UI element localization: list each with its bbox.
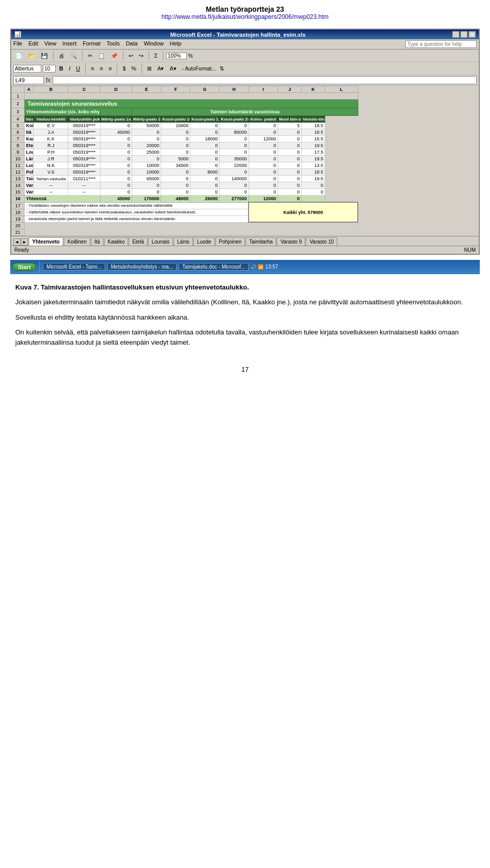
menu-view[interactable]: View	[44, 40, 57, 48]
maximize-button[interactable]: □	[460, 31, 468, 38]
total-label-cell: Yhteensä	[24, 196, 101, 203]
col-D-header[interactable]: D	[100, 86, 132, 93]
cell-7-name: Kaakko	[24, 136, 34, 142]
taskbar-item-excel[interactable]: Microsoft Excel - Taimi...	[43, 263, 105, 271]
total-v7: 0	[278, 196, 301, 203]
row-1-content	[24, 93, 358, 100]
close-button[interactable]: ✕	[469, 31, 476, 38]
align-right-button[interactable]: ≡	[107, 64, 114, 73]
name-box-input[interactable]	[13, 76, 44, 84]
undo-button[interactable]: ↩	[127, 52, 135, 60]
sheet-tab-luode[interactable]: Luode	[193, 237, 215, 246]
col-B-header[interactable]: B	[34, 86, 68, 93]
menu-data[interactable]: Data	[126, 40, 137, 48]
taskbar-item-taimi[interactable]: Taimijakelu.doc - Microsof...	[179, 263, 249, 271]
menu-format[interactable]: Format	[83, 40, 101, 48]
separator-5	[163, 51, 163, 61]
percent-button[interactable]: %	[129, 64, 138, 73]
col-L-header[interactable]: L	[325, 86, 358, 93]
col-G-header[interactable]: G	[190, 86, 219, 93]
sort-asc-button[interactable]: ⇅	[217, 64, 226, 73]
italic-button[interactable]: I	[67, 64, 72, 73]
sheet-tab-varasto10[interactable]: Varasto 10	[306, 237, 337, 246]
col-header-muut: Muut tain-ulajit	[278, 116, 301, 123]
font-name-input[interactable]	[13, 65, 41, 73]
open-button[interactable]: 📂	[26, 52, 37, 60]
print-button[interactable]: 🖨	[57, 52, 66, 60]
bold-button[interactable]: B	[57, 64, 65, 73]
formula-input[interactable]	[53, 76, 477, 84]
sheet-tabs: ◄ ► Yhteenveto Koillinen Itä Kaakko Etel…	[11, 236, 479, 246]
tab-scroll-right[interactable]: ►	[21, 238, 28, 246]
start-button[interactable]: Start	[12, 263, 36, 271]
font-color-button[interactable]: A▾	[167, 64, 178, 73]
cell-8-v3: 0	[161, 142, 190, 149]
col-E-header[interactable]: E	[132, 86, 161, 93]
cell-11-person: N.K	[34, 162, 68, 169]
sheet-tab-lansi[interactable]: Länsi	[174, 237, 193, 246]
sheet-tab-koillinen[interactable]: Koillinen	[64, 237, 90, 246]
col-J-header[interactable]: J	[278, 86, 301, 93]
sheet-tab-varasto9[interactable]: Varasto 9	[277, 237, 305, 246]
paragraph-3: On kuitenkin selvää, että palvellakseen …	[15, 327, 475, 347]
copy-button[interactable]: 📋	[96, 52, 107, 60]
sum-button[interactable]: Σ	[152, 52, 160, 60]
underline-button[interactable]: U	[74, 64, 82, 73]
cell-5-v5: 0	[219, 123, 249, 129]
tab-scroll-left[interactable]: ◄	[13, 238, 20, 246]
paste-button[interactable]: 📌	[109, 52, 120, 60]
menu-insert[interactable]: Insert	[62, 40, 77, 48]
cell-12-v8: 18.5	[302, 169, 325, 176]
col-F-header[interactable]: F	[161, 86, 190, 93]
menu-edit[interactable]: Edit	[29, 40, 38, 48]
cell-8-person: R.J	[34, 142, 68, 149]
font-size-input[interactable]	[43, 65, 56, 73]
cell-6-v7: 0	[278, 129, 301, 136]
col-C-header[interactable]: C	[68, 86, 100, 93]
cell-15-v3: 0	[161, 189, 190, 196]
excel-window: 📊 Microsoft Excel - Taimivarastojen hall…	[10, 29, 480, 255]
minimize-button[interactable]: _	[452, 31, 459, 38]
align-left-button[interactable]: ≡	[89, 64, 96, 73]
sheet-tab-kaakko[interactable]: Kaakko	[104, 237, 128, 246]
cell-15-v7: 0	[278, 189, 301, 196]
cell-6-v8: 18.5	[302, 129, 325, 136]
sheet-tab-lounais[interactable]: Lounais	[148, 237, 173, 246]
sheet-tab-ita[interactable]: Itä	[91, 237, 104, 246]
menu-tools[interactable]: Tools	[107, 40, 120, 48]
align-center-button[interactable]: ≡	[97, 64, 105, 73]
col-I-header[interactable]: I	[249, 86, 278, 93]
cut-button[interactable]: ✂	[86, 52, 94, 60]
sheet-tab-etela[interactable]: Etelä	[129, 237, 148, 246]
menu-window[interactable]: Window	[144, 40, 164, 48]
cell-8-phone: 050319****	[68, 142, 100, 149]
zoom-input[interactable]	[166, 53, 187, 59]
separator-2	[82, 51, 83, 61]
toolbar-formatting: B I U ≡ ≡ ≡ $ % ⊞ A▾ A▾ - AutoFormat... …	[11, 62, 479, 75]
cell-8-v7: 0	[278, 142, 301, 149]
preview-button[interactable]: 🔍	[68, 52, 79, 60]
taskbar-item-metsa[interactable]: Metsänhoitoyhdistys - ma...	[107, 263, 177, 271]
col-K-header[interactable]: K	[302, 86, 325, 93]
borders-button[interactable]: ⊞	[145, 64, 154, 73]
currency-button[interactable]: $	[120, 64, 128, 73]
save-button[interactable]: 💾	[39, 52, 50, 60]
spreadsheet-title-cell: Taimivarastojen seurantasovellus	[24, 100, 358, 108]
col-header-vastuuhenkilo: Vastuu-henkilö	[34, 116, 68, 123]
sheet-tab-yhteenveto[interactable]: Yhteenveto	[29, 237, 63, 246]
cell-5-v2: 50000	[132, 123, 161, 129]
col-A-header[interactable]: A	[24, 86, 34, 93]
menu-file[interactable]: File	[13, 40, 22, 48]
help-search-input[interactable]	[405, 40, 477, 48]
sheet-tab-pohjoinen[interactable]: Pohjoinen	[215, 237, 245, 246]
cell-10-v4: 0	[190, 156, 219, 162]
sheet-tab-taimitarha[interactable]: Taimitarha	[246, 237, 276, 246]
table-row: 9 Lounais P.H 050319**** 0 25000 0 0 0 0…	[12, 149, 358, 156]
menu-help[interactable]: Help	[170, 40, 182, 48]
col-H-header[interactable]: H	[219, 86, 249, 93]
redo-button[interactable]: ↪	[137, 52, 145, 60]
fill-color-button[interactable]: A▾	[155, 64, 166, 73]
new-button[interactable]: 📄	[13, 52, 24, 60]
column-headers-row: A B C D E F G H I J K L	[12, 86, 358, 93]
cell-7-person: K.K	[34, 136, 68, 142]
